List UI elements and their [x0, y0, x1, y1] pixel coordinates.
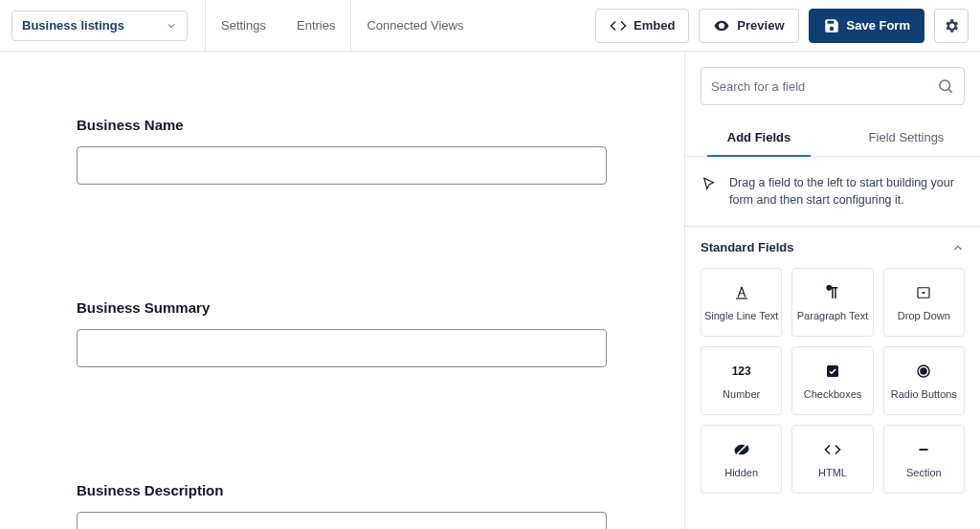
sidebar-tabs: Add Fields Field Settings	[685, 119, 980, 157]
tile-label: Section	[906, 467, 942, 478]
radio-icon	[915, 363, 932, 380]
toolbar: Business listings Settings Entries Conne…	[0, 0, 980, 52]
field-business-summary[interactable]: Business Summary	[77, 299, 607, 367]
field-search-input[interactable]	[711, 79, 937, 94]
save-icon	[823, 17, 840, 34]
field-label: Business Summary	[77, 299, 607, 316]
tile-drop-down[interactable]: Drop Down	[883, 268, 965, 337]
section-standard-fields-header[interactable]: Standard Fields	[685, 227, 980, 268]
business-name-input[interactable]	[77, 146, 607, 185]
tile-paragraph-text[interactable]: Paragraph Text	[791, 268, 873, 337]
preview-button[interactable]: Preview	[699, 9, 798, 43]
search-icon	[937, 77, 954, 95]
tile-html[interactable]: HTML	[791, 425, 873, 494]
dropdown-icon	[915, 284, 932, 301]
svg-line-2	[948, 89, 951, 92]
tab-add-fields[interactable]: Add Fields	[685, 119, 833, 156]
form-selector-dropdown[interactable]: Business listings	[11, 11, 188, 41]
field-search[interactable]	[701, 67, 965, 105]
svg-point-1	[940, 80, 950, 91]
business-description-textarea[interactable]	[77, 512, 607, 529]
text-icon	[733, 284, 750, 301]
svg-point-7	[921, 368, 926, 374]
nav-connected-views[interactable]: Connected Views	[351, 0, 479, 52]
form-canvas[interactable]: Business Name Business Summary Business …	[0, 52, 685, 529]
tile-label: Radio Buttons	[891, 388, 957, 400]
minus-icon	[915, 441, 932, 458]
eye-off-icon	[733, 441, 750, 458]
nav-settings[interactable]: Settings	[206, 0, 281, 52]
tile-label: Hidden	[724, 467, 758, 478]
tile-label: Paragraph Text	[797, 310, 868, 321]
tile-checkboxes[interactable]: Checkboxes	[791, 346, 873, 415]
save-form-button[interactable]: Save Form	[809, 9, 924, 43]
tile-label: Checkboxes	[804, 388, 862, 400]
svg-rect-5	[827, 365, 838, 377]
code-icon	[610, 17, 627, 34]
tile-label: Number	[723, 388, 760, 400]
chevron-up-icon	[951, 241, 965, 254]
checkbox-icon	[824, 363, 841, 380]
form-settings-gear-button[interactable]	[934, 9, 969, 43]
field-business-name[interactable]: Business Name	[77, 117, 607, 185]
save-form-label: Save Form	[847, 18, 910, 33]
section-title: Standard Fields	[701, 240, 794, 254]
tile-radio-buttons[interactable]: Radio Buttons	[883, 346, 965, 415]
gear-icon	[943, 17, 960, 34]
sidebar-hint: Drag a field to the left to start buildi…	[685, 157, 980, 227]
field-label: Business Description	[77, 482, 607, 498]
embed-button[interactable]: Embed	[595, 9, 689, 43]
sidebar: Add Fields Field Settings Drag a field t…	[685, 52, 980, 529]
cursor-icon	[701, 176, 718, 193]
code-icon	[824, 441, 841, 458]
number-icon: 123	[733, 363, 750, 380]
tile-label: Drop Down	[898, 310, 950, 321]
form-selector-label: Business listings	[22, 18, 124, 33]
standard-fields-tiles: Single Line Text Paragraph Text Drop Dow…	[685, 268, 980, 509]
paragraph-icon	[824, 284, 841, 301]
preview-label: Preview	[737, 18, 784, 33]
business-summary-input[interactable]	[77, 329, 607, 367]
tile-label: HTML	[818, 467, 847, 478]
nav-entries[interactable]: Entries	[281, 0, 350, 52]
tab-field-settings[interactable]: Field Settings	[833, 119, 980, 156]
eye-icon	[713, 17, 730, 34]
tile-label: Single Line Text	[704, 310, 778, 321]
field-business-description[interactable]: Business Description	[77, 482, 607, 529]
sidebar-hint-text: Drag a field to the left to start buildi…	[729, 174, 965, 209]
tile-single-line-text[interactable]: Single Line Text	[701, 268, 782, 337]
field-label: Business Name	[77, 117, 607, 133]
chevron-down-icon	[166, 20, 177, 32]
embed-label: Embed	[634, 18, 675, 33]
tile-hidden[interactable]: Hidden	[701, 425, 782, 494]
tile-section[interactable]: Section	[883, 425, 965, 494]
tile-number[interactable]: 123 Number	[701, 346, 782, 415]
svg-point-0	[721, 24, 724, 27]
